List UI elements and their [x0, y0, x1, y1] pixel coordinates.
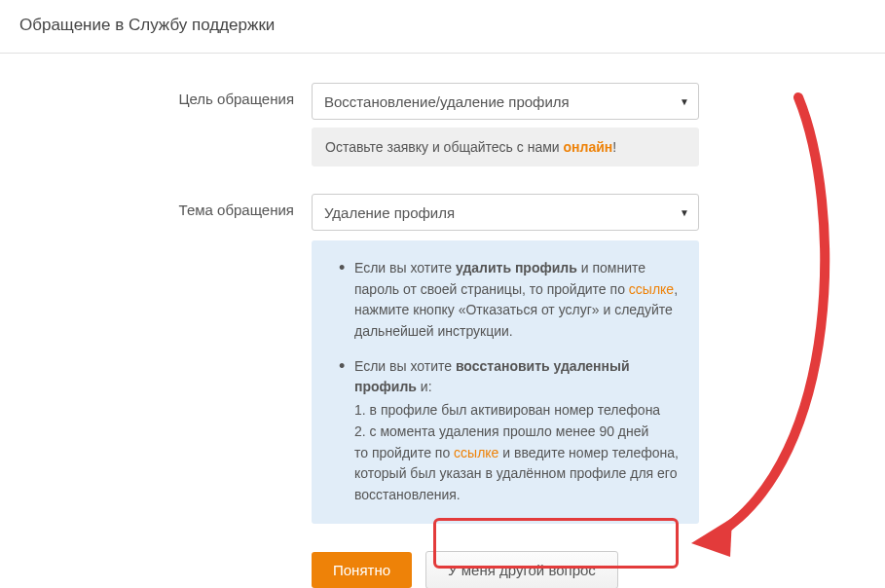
info-text: Если вы хотите — [354, 358, 456, 374]
purpose-field: Восстановление/удаление профиля ▼ Оставь… — [312, 83, 699, 166]
other-question-button[interactable]: У меня другой вопрос — [425, 551, 618, 588]
info-text: и: — [417, 379, 432, 394]
info-bold: удалить профиль — [456, 260, 577, 276]
topic-select[interactable]: Удаление профиля — [312, 194, 699, 231]
page-title: Обращение в Службу поддержки — [19, 16, 866, 35]
info-subitem: 1. в профиле был активирован номер телеф… — [354, 400, 682, 422]
hint-text-prefix: Оставьте заявку и общайтесь с нами — [325, 139, 564, 155]
hint-highlight: онлайн — [564, 139, 613, 155]
row-purpose: Цель обращения Восстановление/удаление п… — [19, 83, 866, 166]
buttons-row: Понятно У меня другой вопрос — [312, 551, 699, 588]
purpose-label: Цель обращения — [19, 83, 312, 107]
topic-field: Удаление профиля ▼ Если вы хотите удалит… — [312, 194, 699, 588]
purpose-select-wrap: Восстановление/удаление профиля ▼ — [312, 83, 699, 120]
ok-button[interactable]: Понятно — [312, 552, 412, 588]
info-item-restore: Если вы хотите восстановить удаленный пр… — [339, 356, 682, 506]
purpose-select[interactable]: Восстановление/удаление профиля — [312, 83, 699, 120]
info-subitem: 2. с момента удаления прошло менее 90 дн… — [354, 422, 682, 443]
page-header: Обращение в Службу поддержки — [0, 0, 885, 54]
info-link-delete[interactable]: ссылке — [629, 281, 674, 297]
topic-select-wrap: Удаление профиля ▼ — [312, 194, 699, 231]
support-form: Цель обращения Восстановление/удаление п… — [0, 54, 885, 588]
info-text: Если вы хотите — [354, 260, 456, 276]
purpose-hint: Оставьте заявку и общайтесь с нами онлай… — [312, 128, 699, 166]
hint-text-suffix: ! — [612, 139, 616, 155]
info-link-restore[interactable]: ссылке — [454, 445, 498, 460]
info-box: Если вы хотите удалить профиль и помните… — [312, 240, 699, 524]
info-text: то пройдите по — [354, 445, 454, 460]
topic-label: Тема обращения — [19, 194, 312, 218]
info-item-delete: Если вы хотите удалить профиль и помните… — [339, 258, 682, 343]
info-sublist: 1. в профиле был активирован номер телеф… — [354, 400, 682, 442]
row-topic: Тема обращения Удаление профиля ▼ Если в… — [19, 194, 866, 588]
